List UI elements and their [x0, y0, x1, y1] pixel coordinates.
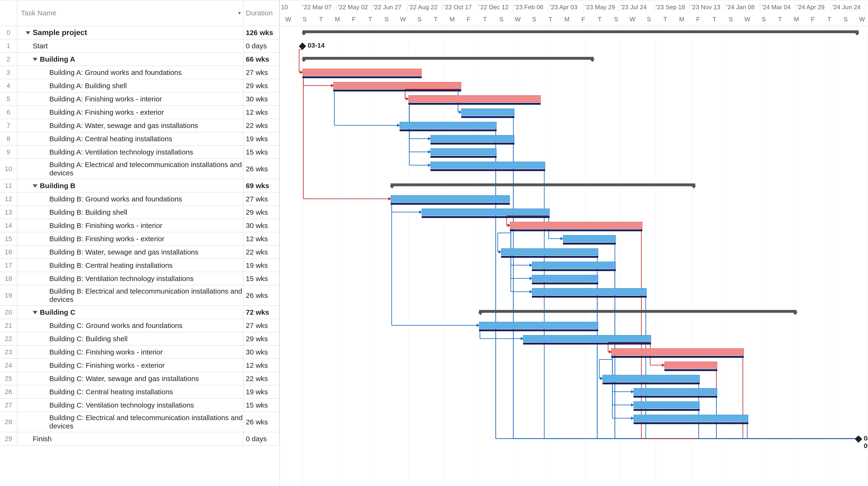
table-row[interactable]: 21Building C: Ground works and foundatio… [0, 319, 279, 332]
row-duration-cell[interactable]: 19 wks [243, 385, 279, 398]
table-row[interactable]: 11Building B69 wks [0, 179, 279, 192]
collapse-caret-icon[interactable] [26, 31, 30, 35]
row-duration-cell[interactable]: 30 wks [243, 92, 279, 105]
row-name-cell[interactable]: Building A: Electrical and telecommunica… [17, 159, 243, 179]
row-duration-cell[interactable]: 12 wks [243, 232, 279, 245]
row-duration-cell[interactable]: 0 days [243, 432, 279, 445]
row-name-cell[interactable]: Building B: Ground works and foundations [17, 192, 243, 205]
table-row[interactable]: 10Building A: Electrical and telecommuni… [0, 159, 279, 179]
row-name-cell[interactable]: Building B: Ventilation technology insta… [17, 272, 243, 285]
gantt-task-bar[interactable] [333, 82, 461, 89]
row-duration-cell[interactable]: 29 wks [243, 332, 279, 345]
gantt-task-bar[interactable] [633, 415, 748, 422]
row-duration-cell[interactable]: 27 wks [243, 319, 279, 332]
row-name-cell[interactable]: Building B: Electrical and telecommunica… [17, 285, 243, 305]
row-duration-cell[interactable]: 66 wks [243, 53, 279, 66]
row-duration-cell[interactable]: 69 wks [243, 179, 279, 192]
row-duration-cell[interactable]: 29 wks [243, 79, 279, 92]
dropdown-icon[interactable]: ▾ [238, 0, 241, 26]
gantt-task-bar[interactable] [633, 401, 700, 409]
table-row[interactable]: 20Building C72 wks [0, 306, 279, 319]
row-name-cell[interactable]: Start [17, 39, 243, 52]
row-duration-cell[interactable]: 30 wks [243, 346, 279, 358]
gantt-task-bar[interactable] [532, 275, 598, 282]
row-duration-cell[interactable]: 19 wks [243, 132, 279, 145]
row-duration-cell[interactable]: 72 wks [243, 306, 279, 319]
table-row[interactable]: 13Building B: Building shell29 wks [0, 206, 279, 219]
row-name-cell[interactable]: Building C: Electrical and telecommunica… [17, 412, 243, 432]
gantt-task-bar[interactable] [532, 288, 647, 295]
table-row[interactable]: 22Building C: Building shell29 wks [0, 332, 279, 346]
table-row[interactable]: 19Building B: Electrical and telecommuni… [0, 285, 279, 306]
row-name-cell[interactable]: Building A [17, 53, 243, 66]
gantt-task-bar[interactable] [510, 222, 642, 229]
gantt-task-bar[interactable] [303, 69, 422, 76]
row-name-cell[interactable]: Building C: Ventilation technology insta… [17, 398, 243, 412]
row-name-cell[interactable]: Building B: Building shell [17, 206, 243, 219]
gantt-task-bar[interactable] [430, 162, 545, 169]
gantt-task-bar[interactable] [408, 95, 541, 102]
row-name-cell[interactable]: Building A: Central heating installation… [17, 132, 243, 145]
row-name-cell[interactable]: Building C [17, 306, 243, 319]
table-row[interactable]: 16Building B: Water, sewage and gas inst… [0, 246, 279, 259]
gantt-task-bar[interactable] [532, 262, 616, 269]
table-row[interactable]: 9Building A: Ventilation technology inst… [0, 145, 279, 159]
row-duration-cell[interactable]: 27 wks [243, 66, 279, 79]
gantt-task-bar[interactable] [391, 195, 510, 202]
row-duration-cell[interactable]: 12 wks [243, 106, 279, 119]
table-row[interactable]: 23Building C: Finishing works - interior… [0, 346, 279, 359]
gantt-task-bar[interactable] [523, 335, 651, 342]
table-row[interactable]: 17Building B: Central heating installati… [0, 259, 279, 272]
row-duration-cell[interactable]: 29 wks [243, 206, 279, 219]
gantt-task-bar[interactable] [430, 135, 514, 142]
row-name-cell[interactable]: Building C: Building shell [17, 332, 243, 345]
table-row[interactable]: 28Building C: Electrical and telecommuni… [0, 412, 279, 432]
row-name-cell[interactable]: Building A: Ground works and foundations [17, 66, 243, 79]
gantt-task-bar[interactable] [400, 122, 497, 129]
gantt-task-bar[interactable] [422, 208, 550, 216]
gantt-task-bar[interactable] [501, 248, 598, 255]
row-name-cell[interactable]: Building A: Building shell [17, 79, 243, 92]
row-duration-cell[interactable]: 15 wks [243, 145, 279, 159]
table-row[interactable]: 27Building C: Ventilation technology ins… [0, 398, 279, 412]
row-name-cell[interactable]: Sample project [17, 26, 243, 39]
row-duration-cell[interactable]: 22 wks [243, 246, 279, 259]
gantt-milestone-icon[interactable] [299, 42, 306, 50]
row-duration-cell[interactable]: 22 wks [243, 119, 279, 132]
gantt-body[interactable]: 03-1408-09 [280, 26, 868, 486]
row-name-cell[interactable]: Building B [17, 179, 243, 192]
gantt-task-bar[interactable] [430, 148, 497, 156]
row-name-cell[interactable]: Building C: Ground works and foundations [17, 319, 243, 332]
table-row[interactable]: 0Sample project126 wks [0, 26, 279, 39]
gantt-task-bar[interactable] [563, 235, 616, 242]
table-row[interactable]: 18Building B: Ventilation technology ins… [0, 272, 279, 285]
collapse-caret-icon[interactable] [33, 58, 37, 61]
table-row[interactable]: 2Building A66 wks [0, 53, 279, 66]
row-duration-cell[interactable]: 22 wks [243, 372, 279, 385]
table-row[interactable]: 26Building C: Central heating installati… [0, 385, 279, 398]
row-name-cell[interactable]: Building C: Finishing works - exterior [17, 359, 243, 372]
table-row[interactable]: 12Building B: Ground works and foundatio… [0, 192, 279, 206]
table-row[interactable]: 5Building A: Finishing works - interior3… [0, 92, 279, 106]
gantt-summary-bar[interactable] [391, 184, 695, 186]
gantt-task-bar[interactable] [664, 362, 717, 369]
row-duration-cell[interactable]: 12 wks [243, 359, 279, 372]
table-row[interactable]: 8Building A: Central heating installatio… [0, 132, 279, 145]
row-name-cell[interactable]: Building C: Water, sewage and gas instal… [17, 372, 243, 385]
row-name-cell[interactable]: Building A: Finishing works - interior [17, 92, 243, 105]
gantt-task-bar[interactable] [479, 322, 598, 329]
row-duration-cell[interactable]: 15 wks [243, 398, 279, 412]
row-duration-cell[interactable]: 126 wks [243, 26, 279, 39]
row-name-cell[interactable]: Building B: Water, sewage and gas instal… [17, 246, 243, 259]
row-duration-cell[interactable]: 15 wks [243, 272, 279, 285]
row-name-cell[interactable]: Building B: Central heating installation… [17, 259, 243, 272]
row-duration-cell[interactable]: 27 wks [243, 192, 279, 205]
row-duration-cell[interactable]: 26 wks [243, 159, 279, 179]
table-row[interactable]: 6Building A: Finishing works - exterior1… [0, 106, 279, 119]
table-row[interactable]: 14Building B: Finishing works - interior… [0, 219, 279, 232]
row-name-cell[interactable]: Finish [17, 432, 243, 445]
gantt-summary-bar[interactable] [479, 310, 797, 313]
gantt-summary-bar[interactable] [303, 57, 594, 60]
gantt-summary-bar[interactable] [303, 30, 859, 33]
col-header-duration[interactable]: Duration [243, 0, 279, 26]
